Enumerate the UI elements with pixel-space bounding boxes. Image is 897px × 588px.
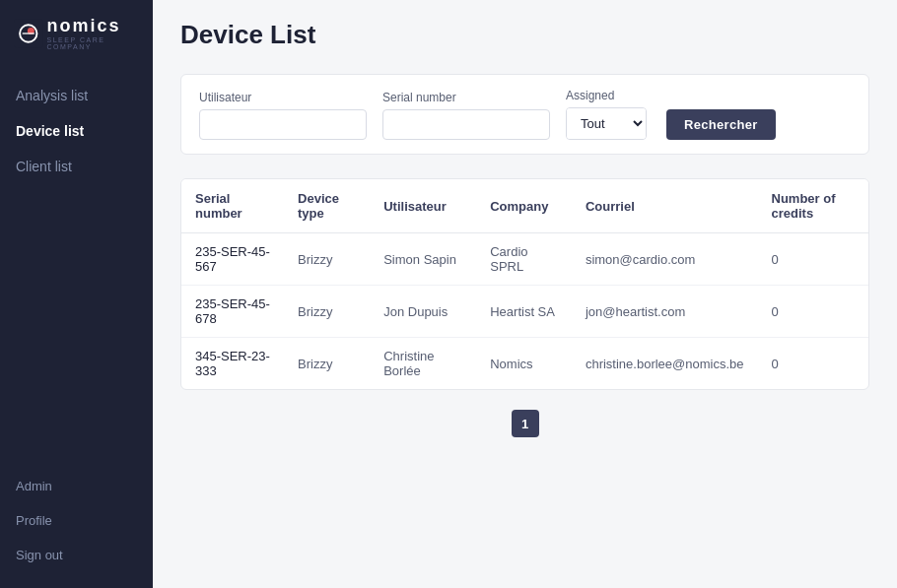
sidebar-item-admin[interactable]: Admin — [0, 469, 153, 503]
assigned-filter: Assigned Tout Oui Non — [566, 89, 647, 140]
cell-company: Heartist SA — [476, 286, 572, 338]
nomics-logo-icon — [14, 17, 43, 50]
assigned-label: Assigned — [566, 89, 647, 102]
cell-courriel: christine.borlee@nomics.be — [572, 338, 758, 390]
page-title: Device List — [180, 20, 869, 50]
serial-input[interactable] — [382, 109, 550, 140]
utilisateur-input[interactable] — [199, 109, 367, 140]
logo-area: nomics SLEEP CARE COMPANY — [0, 0, 153, 70]
cell-courriel: jon@heartist.com — [572, 286, 758, 338]
cell-utilisateur: Simon Sapin — [370, 233, 476, 286]
col-courriel: Courriel — [572, 179, 758, 233]
sidebar-nav: Analysis list Device list Client list — [0, 70, 153, 469]
table-row[interactable]: 235-SER-45-678BrizzyJon DupuisHeartist S… — [181, 286, 868, 338]
rechercher-button[interactable]: Rechercher — [666, 109, 776, 140]
cell-device-type: Brizzy — [284, 286, 370, 338]
device-table: Serial number Device type Utilisateur Co… — [181, 179, 868, 389]
device-table-container: Serial number Device type Utilisateur Co… — [180, 178, 869, 390]
col-device-type: Device type — [284, 179, 370, 233]
table-row[interactable]: 235-SER-45-567BrizzySimon SapinCardio SP… — [181, 233, 868, 286]
cell-courriel: simon@cardio.com — [572, 233, 758, 286]
pagination: 1 — [180, 410, 869, 437]
cell-credits: 0 — [758, 233, 868, 286]
col-credits: Number of credits — [758, 179, 868, 233]
col-company: Company — [476, 179, 572, 233]
cell-serial: 345-SER-23-333 — [181, 338, 284, 390]
table-body: 235-SER-45-567BrizzySimon SapinCardio SP… — [181, 233, 868, 390]
cell-credits: 0 — [758, 338, 868, 390]
col-utilisateur: Utilisateur — [370, 179, 476, 233]
table-header-row: Serial number Device type Utilisateur Co… — [181, 179, 868, 233]
main-content: Device List Utilisateur Serial number As… — [153, 0, 897, 588]
assigned-select[interactable]: Tout Oui Non — [567, 108, 646, 139]
sidebar-item-profile[interactable]: Profile — [0, 503, 153, 538]
assigned-select-wrap: Tout Oui Non — [566, 107, 647, 140]
cell-company: Nomics — [476, 338, 572, 390]
table-row[interactable]: 345-SER-23-333BrizzyChristine BorléeNomi… — [181, 338, 868, 390]
cell-credits: 0 — [758, 286, 868, 338]
filter-bar: Utilisateur Serial number Assigned Tout … — [180, 74, 869, 155]
cell-company: Cardio SPRL — [476, 233, 572, 286]
logo-text: nomics — [47, 16, 139, 36]
cell-device-type: Brizzy — [284, 338, 370, 390]
page-1-button[interactable]: 1 — [512, 410, 539, 437]
sidebar-item-analysis-list[interactable]: Analysis list — [0, 78, 153, 113]
sidebar-bottom: Admin Profile Sign out — [0, 469, 153, 588]
utilisateur-label: Utilisateur — [199, 91, 367, 104]
cell-device-type: Brizzy — [284, 233, 370, 286]
serial-label: Serial number — [382, 91, 550, 104]
sidebar-item-device-list[interactable]: Device list — [0, 113, 153, 149]
cell-utilisateur: Christine Borlée — [370, 338, 476, 390]
sidebar: nomics SLEEP CARE COMPANY Analysis list … — [0, 0, 153, 588]
cell-utilisateur: Jon Dupuis — [370, 286, 476, 338]
utilisateur-filter: Utilisateur — [199, 91, 367, 140]
serial-filter: Serial number — [382, 91, 550, 140]
cell-serial: 235-SER-45-567 — [181, 233, 284, 286]
col-serial: Serial number — [181, 179, 284, 233]
sidebar-item-sign-out[interactable]: Sign out — [0, 538, 153, 572]
logo-subtext: SLEEP CARE COMPANY — [47, 36, 139, 50]
cell-serial: 235-SER-45-678 — [181, 286, 284, 338]
sidebar-item-client-list[interactable]: Client list — [0, 149, 153, 184]
